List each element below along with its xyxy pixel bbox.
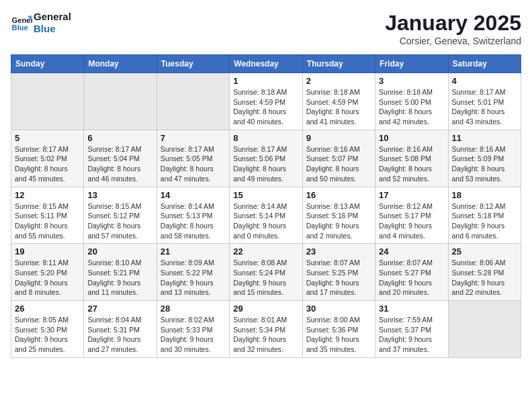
calendar-cell: 1Sunrise: 8:18 AM Sunset: 4:59 PM Daylig…: [230, 73, 302, 130]
day-number: 4: [452, 76, 517, 86]
day-info: Sunrise: 8:16 AM Sunset: 5:07 PM Dayligh…: [306, 144, 371, 184]
calendar-subtitle: Corsier, Geneva, Switzerland: [385, 36, 521, 46]
calendar-cell: 20Sunrise: 8:10 AM Sunset: 5:21 PM Dayli…: [84, 244, 157, 301]
header-tuesday: Tuesday: [157, 55, 229, 73]
day-info: Sunrise: 8:18 AM Sunset: 5:00 PM Dayligh…: [379, 87, 444, 127]
calendar-cell: 2Sunrise: 8:18 AM Sunset: 4:59 PM Daylig…: [302, 73, 375, 130]
day-number: 16: [306, 190, 371, 200]
calendar-cell: 5Sunrise: 8:17 AM Sunset: 5:02 PM Daylig…: [11, 130, 84, 187]
calendar-cell: 31Sunrise: 7:59 AM Sunset: 5:37 PM Dayli…: [375, 301, 448, 358]
day-info: Sunrise: 8:17 AM Sunset: 5:02 PM Dayligh…: [15, 144, 80, 184]
calendar-cell: 12Sunrise: 8:15 AM Sunset: 5:11 PM Dayli…: [11, 187, 84, 244]
calendar-body: 1Sunrise: 8:18 AM Sunset: 4:59 PM Daylig…: [11, 73, 521, 358]
header-row: SundayMondayTuesdayWednesdayThursdayFrid…: [11, 55, 521, 73]
header-wednesday: Wednesday: [230, 55, 302, 73]
day-number: 11: [452, 133, 517, 143]
calendar-cell: 4Sunrise: 8:17 AM Sunset: 5:01 PM Daylig…: [448, 73, 521, 130]
day-info: Sunrise: 8:13 AM Sunset: 5:16 PM Dayligh…: [306, 201, 371, 241]
day-info: Sunrise: 8:15 AM Sunset: 5:12 PM Dayligh…: [87, 201, 152, 241]
title-block: January 2025 Corsier, Geneva, Switzerlan…: [385, 11, 521, 46]
calendar-header: SundayMondayTuesdayWednesdayThursdayFrid…: [11, 55, 521, 73]
calendar-cell: 15Sunrise: 8:14 AM Sunset: 5:14 PM Dayli…: [230, 187, 302, 244]
calendar-cell: 22Sunrise: 8:08 AM Sunset: 5:24 PM Dayli…: [230, 244, 302, 301]
calendar-cell: [448, 301, 521, 358]
day-number: 7: [161, 133, 226, 143]
calendar-cell: 16Sunrise: 8:13 AM Sunset: 5:16 PM Dayli…: [302, 187, 375, 244]
week-row-1: 5Sunrise: 8:17 AM Sunset: 5:02 PM Daylig…: [11, 130, 521, 187]
calendar-cell: 14Sunrise: 8:14 AM Sunset: 5:13 PM Dayli…: [157, 187, 229, 244]
logo-line2: Blue: [34, 23, 71, 35]
calendar-cell: 6Sunrise: 8:17 AM Sunset: 5:04 PM Daylig…: [84, 130, 157, 187]
calendar-cell: 18Sunrise: 8:12 AM Sunset: 5:18 PM Dayli…: [448, 187, 521, 244]
calendar-cell: 30Sunrise: 8:00 AM Sunset: 5:36 PM Dayli…: [302, 301, 375, 358]
calendar-cell: 29Sunrise: 8:01 AM Sunset: 5:34 PM Dayli…: [230, 301, 302, 358]
day-info: Sunrise: 7:59 AM Sunset: 5:37 PM Dayligh…: [379, 315, 444, 355]
calendar-cell: 13Sunrise: 8:15 AM Sunset: 5:12 PM Dayli…: [84, 187, 157, 244]
day-number: 18: [452, 190, 517, 200]
day-number: 29: [233, 304, 298, 314]
week-row-0: 1Sunrise: 8:18 AM Sunset: 4:59 PM Daylig…: [11, 73, 521, 130]
calendar-cell: [157, 73, 229, 130]
logo-icon: General Blue: [11, 12, 32, 34]
day-info: Sunrise: 8:09 AM Sunset: 5:22 PM Dayligh…: [161, 258, 226, 298]
day-number: 6: [87, 133, 152, 143]
day-info: Sunrise: 8:06 AM Sunset: 5:28 PM Dayligh…: [452, 258, 517, 298]
calendar-cell: [84, 73, 157, 130]
week-row-2: 12Sunrise: 8:15 AM Sunset: 5:11 PM Dayli…: [11, 187, 521, 244]
day-number: 9: [306, 133, 371, 143]
svg-text:Blue: Blue: [12, 24, 28, 32]
day-info: Sunrise: 8:08 AM Sunset: 5:24 PM Dayligh…: [233, 258, 298, 298]
calendar-cell: 27Sunrise: 8:04 AM Sunset: 5:31 PM Dayli…: [84, 301, 157, 358]
calendar-cell: 3Sunrise: 8:18 AM Sunset: 5:00 PM Daylig…: [375, 73, 448, 130]
day-info: Sunrise: 8:07 AM Sunset: 5:27 PM Dayligh…: [379, 258, 444, 298]
calendar-cell: 23Sunrise: 8:07 AM Sunset: 5:25 PM Dayli…: [302, 244, 375, 301]
day-number: 15: [233, 190, 298, 200]
day-info: Sunrise: 8:16 AM Sunset: 5:08 PM Dayligh…: [379, 144, 444, 184]
day-info: Sunrise: 8:04 AM Sunset: 5:31 PM Dayligh…: [87, 315, 152, 355]
calendar-table: SundayMondayTuesdayWednesdayThursdayFrid…: [11, 54, 521, 358]
calendar-cell: 26Sunrise: 8:05 AM Sunset: 5:30 PM Dayli…: [11, 301, 84, 358]
page-header: General Blue General Blue January 2025 C…: [11, 11, 521, 46]
day-info: Sunrise: 8:01 AM Sunset: 5:34 PM Dayligh…: [233, 315, 298, 355]
calendar-title: January 2025: [385, 11, 521, 36]
header-friday: Friday: [375, 55, 448, 73]
day-number: 24: [379, 246, 444, 257]
header-monday: Monday: [84, 55, 157, 73]
day-number: 8: [233, 133, 298, 143]
day-number: 27: [87, 304, 152, 314]
calendar-cell: 10Sunrise: 8:16 AM Sunset: 5:08 PM Dayli…: [375, 130, 448, 187]
day-number: 31: [379, 304, 444, 314]
calendar-cell: 17Sunrise: 8:12 AM Sunset: 5:17 PM Dayli…: [375, 187, 448, 244]
header-saturday: Saturday: [448, 55, 521, 73]
calendar-cell: 19Sunrise: 8:11 AM Sunset: 5:20 PM Dayli…: [11, 244, 84, 301]
day-number: 26: [15, 304, 80, 314]
day-number: 14: [161, 190, 226, 200]
day-info: Sunrise: 8:17 AM Sunset: 5:05 PM Dayligh…: [161, 144, 226, 184]
day-info: Sunrise: 8:11 AM Sunset: 5:20 PM Dayligh…: [15, 258, 80, 298]
header-sunday: Sunday: [11, 55, 84, 73]
day-number: 20: [87, 246, 152, 257]
header-thursday: Thursday: [302, 55, 375, 73]
calendar-cell: 28Sunrise: 8:02 AM Sunset: 5:33 PM Dayli…: [157, 301, 229, 358]
calendar-cell: 24Sunrise: 8:07 AM Sunset: 5:27 PM Dayli…: [375, 244, 448, 301]
day-info: Sunrise: 8:15 AM Sunset: 5:11 PM Dayligh…: [15, 201, 80, 241]
day-number: 17: [379, 190, 444, 200]
calendar-cell: 25Sunrise: 8:06 AM Sunset: 5:28 PM Dayli…: [448, 244, 521, 301]
calendar-cell: 7Sunrise: 8:17 AM Sunset: 5:05 PM Daylig…: [157, 130, 229, 187]
day-info: Sunrise: 8:14 AM Sunset: 5:13 PM Dayligh…: [161, 201, 226, 241]
day-number: 21: [161, 246, 226, 257]
day-number: 22: [233, 246, 298, 257]
day-info: Sunrise: 8:12 AM Sunset: 5:17 PM Dayligh…: [379, 201, 444, 241]
day-info: Sunrise: 8:17 AM Sunset: 5:04 PM Dayligh…: [87, 144, 152, 184]
day-number: 13: [87, 190, 152, 200]
calendar-cell: 11Sunrise: 8:16 AM Sunset: 5:09 PM Dayli…: [448, 130, 521, 187]
day-info: Sunrise: 8:02 AM Sunset: 5:33 PM Dayligh…: [161, 315, 226, 355]
day-info: Sunrise: 8:18 AM Sunset: 4:59 PM Dayligh…: [233, 87, 298, 127]
day-number: 3: [379, 76, 444, 86]
day-info: Sunrise: 8:07 AM Sunset: 5:25 PM Dayligh…: [306, 258, 371, 298]
logo: General Blue General Blue: [11, 11, 71, 35]
day-info: Sunrise: 8:10 AM Sunset: 5:21 PM Dayligh…: [87, 258, 152, 298]
day-info: Sunrise: 8:17 AM Sunset: 5:01 PM Dayligh…: [452, 87, 517, 127]
day-info: Sunrise: 8:16 AM Sunset: 5:09 PM Dayligh…: [452, 144, 517, 184]
day-number: 25: [452, 246, 517, 257]
